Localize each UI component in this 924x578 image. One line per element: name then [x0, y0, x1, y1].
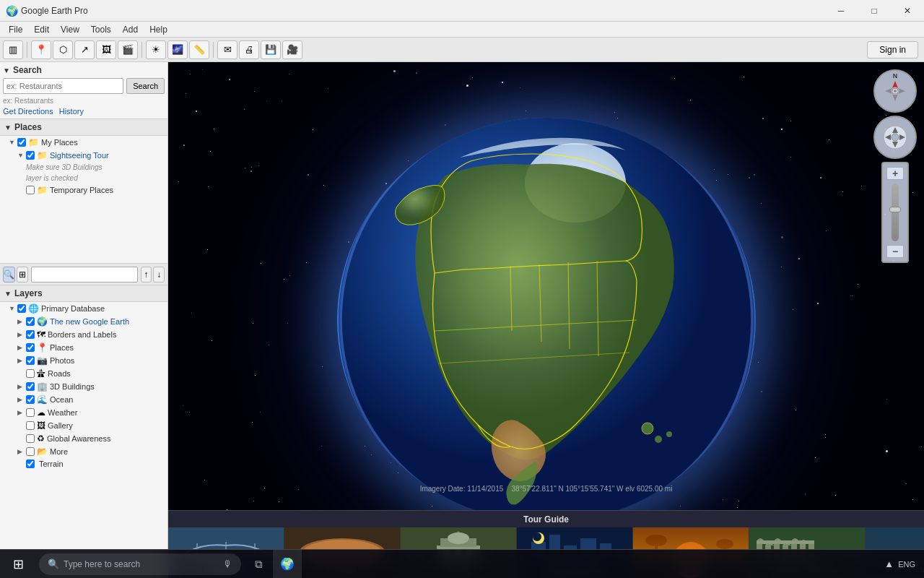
search-row: Search: [3, 78, 165, 94]
add-placemark-button[interactable]: 📍: [31, 40, 51, 59]
get-directions-link[interactable]: Get Directions: [3, 107, 53, 116]
layer-places[interactable]: ▶ 📍 Places: [0, 341, 167, 354]
checkbox-sightseeing[interactable]: [26, 151, 35, 160]
print-button[interactable]: 🖨: [239, 40, 259, 59]
move-up-button[interactable]: ↑: [141, 267, 152, 282]
email-button[interactable]: ✉: [217, 40, 237, 59]
history-link[interactable]: History: [59, 107, 84, 116]
titlebar: 🌍 Google Earth Pro ─ □ ✕: [0, 0, 924, 22]
save-image-button[interactable]: 💾: [261, 40, 281, 59]
zoom-controls: + −: [881, 162, 909, 263]
tour-guide-title: Tour Guide: [523, 514, 569, 525]
checkbox-new-ge[interactable]: [26, 317, 35, 326]
checkbox-places-layer[interactable]: [26, 343, 35, 352]
sidebar-toggle-button[interactable]: ▥: [3, 40, 23, 59]
menu-tools[interactable]: Tools: [85, 23, 117, 36]
look-controls-icon: [882, 124, 908, 150]
move-down-button[interactable]: ↓: [153, 267, 165, 282]
checkbox-3d-buildings[interactable]: [26, 382, 35, 391]
zoom-slider-thumb[interactable]: [889, 207, 901, 212]
taskbar-systray: ▲ ENG: [884, 558, 924, 569]
minimize-button[interactable]: ─: [824, 0, 858, 22]
weather-label: Weather: [48, 408, 77, 417]
compass-control[interactable]: N: [873, 69, 917, 113]
menu-file[interactable]: File: [3, 23, 28, 36]
layer-photos[interactable]: ▶ 📷 Photos: [0, 354, 167, 367]
layer-3d-buildings[interactable]: ▶ 🏢 3D Buildings: [0, 380, 167, 393]
movie-maker-button[interactable]: 🎥: [282, 40, 302, 59]
menu-help[interactable]: Help: [144, 23, 173, 36]
checkbox-ocean[interactable]: [26, 395, 35, 404]
look-controls[interactable]: [873, 116, 917, 159]
add-path-button[interactable]: ↗: [74, 40, 95, 59]
search-header[interactable]: ▼ Search: [3, 65, 165, 75]
layer-new-google-earth[interactable]: ▶ 🌍 The new Google Earth: [0, 315, 167, 328]
layer-weather[interactable]: ▶ ☁ Weather: [0, 406, 167, 419]
maximize-button[interactable]: □: [858, 0, 891, 22]
layer-more[interactable]: ▶ 📂 More: [0, 445, 167, 458]
zoom-out-button[interactable]: −: [886, 245, 904, 258]
new-ge-label[interactable]: The new Google Earth: [50, 317, 129, 326]
temporary-icon: 📁: [37, 185, 48, 195]
ocean-icon: 🌊: [37, 394, 48, 405]
expand-3d-buildings: ▶: [17, 383, 25, 390]
layer-terrain[interactable]: Terrain: [0, 458, 167, 470]
globe-container[interactable]: [168, 62, 924, 578]
ge-taskbar-icon[interactable]: 🌍: [273, 550, 302, 579]
checkbox-gallery[interactable]: [26, 421, 35, 430]
checkbox-my-places[interactable]: [17, 138, 26, 147]
menu-view[interactable]: View: [55, 23, 85, 36]
layer-gallery[interactable]: 🖼 Gallery: [0, 419, 167, 432]
measure-button[interactable]: 📏: [189, 40, 209, 59]
terrain-label: Terrain: [39, 460, 64, 468]
layer-primary-db[interactable]: ▼ 🌐 Primary Database: [0, 302, 167, 315]
checkbox-terrain[interactable]: [26, 460, 35, 468]
systray-icons: ▲: [884, 558, 894, 569]
checkbox-global-awareness[interactable]: [26, 434, 35, 443]
menu-add[interactable]: Add: [117, 23, 144, 36]
checkbox-roads[interactable]: [26, 369, 35, 378]
3d-buildings-label: 3D Buildings: [50, 382, 95, 391]
taskbar: ⊞ 🔍 Type here to search 🎙 ⧉ 🌍 ▲ ENG: [0, 549, 924, 578]
sightseeing-label[interactable]: Sightseeing Tour: [50, 151, 109, 160]
earth-globe[interactable]: [337, 118, 756, 522]
checkbox-weather[interactable]: [26, 408, 35, 417]
expand-sightseeing: ▼: [17, 152, 25, 159]
checkbox-primary-db[interactable]: [17, 304, 26, 313]
sunlight-button[interactable]: ☀: [146, 40, 166, 59]
sky-button[interactable]: 🌌: [167, 40, 188, 59]
zoom-in-button[interactable]: +: [886, 167, 904, 180]
close-button[interactable]: ✕: [891, 0, 924, 22]
map-area[interactable]: N: [168, 62, 924, 578]
zoom-slider[interactable]: [892, 184, 899, 241]
layer-roads[interactable]: 🛣 Roads: [0, 367, 167, 380]
panel-search-btn[interactable]: 🔍: [3, 267, 15, 282]
places-my-places[interactable]: ▼ 📁 My Places: [0, 136, 167, 149]
task-view-button[interactable]: ⧉: [244, 550, 273, 579]
places-header[interactable]: ▼ Places: [0, 119, 167, 136]
expand-ocean: ▶: [17, 396, 25, 403]
start-button[interactable]: ⊞: [0, 550, 36, 579]
taskbar-mic-icon[interactable]: 🎙: [223, 558, 232, 569]
record-tour-button[interactable]: 🎬: [118, 40, 138, 59]
checkbox-photos[interactable]: [26, 356, 35, 365]
checkbox-temporary[interactable]: [26, 186, 35, 194]
checkbox-borders[interactable]: [26, 330, 35, 339]
add-overlay-button[interactable]: 🖼: [96, 40, 116, 59]
layer-global-awareness[interactable]: ♻ Global Awareness: [0, 432, 167, 445]
panel-layers-btn[interactable]: ⊞: [17, 267, 28, 282]
search-button[interactable]: Search: [126, 78, 165, 94]
photos-icon: 📷: [37, 355, 48, 366]
checkbox-more[interactable]: [26, 447, 35, 456]
layer-ocean[interactable]: ▶ 🌊 Ocean: [0, 393, 167, 406]
places-sightseeing-tour[interactable]: ▼ 📁 Sightseeing Tour: [0, 149, 167, 162]
gallery-icon: 🖼: [37, 420, 45, 431]
signin-button[interactable]: Sign in: [867, 41, 918, 59]
places-temporary[interactable]: 📁 Temporary Places: [0, 184, 167, 197]
folder-name-input[interactable]: [31, 267, 138, 282]
layers-header[interactable]: ▼ Layers: [0, 285, 167, 302]
search-input[interactable]: [3, 78, 123, 94]
menu-edit[interactable]: Edit: [28, 23, 55, 36]
add-polygon-button[interactable]: ⬡: [53, 40, 73, 59]
layer-borders[interactable]: ▶ 🗺 Borders and Labels: [0, 328, 167, 341]
